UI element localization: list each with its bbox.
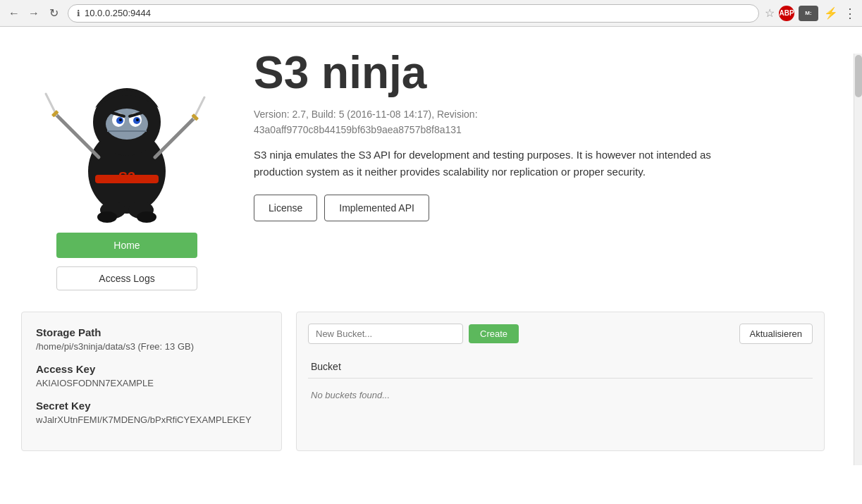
browser-actions: ☆ ABP M: ⚡ ⋮ (765, 5, 856, 22)
create-bucket-button[interactable]: Create (469, 324, 519, 343)
browser-chrome: ← → ↻ ℹ 10.0.0.250:9444 ☆ ABP M: ⚡ ⋮ (0, 0, 862, 27)
storage-path-value: /home/pi/s3ninja/data/s3 (Free: 13 GB) (36, 341, 267, 352)
svg-point-22 (97, 211, 117, 223)
url-text: 10.0.0.250:9444 (85, 8, 151, 18)
header-section: S3 Home Access Logs (21, 41, 825, 290)
main-content: S3 Home Access Logs (0, 27, 846, 465)
storage-panel: Storage Path /home/pi/s3ninja/data/s3 (F… (21, 312, 282, 451)
access-key-label: Access Key (36, 363, 267, 375)
no-buckets-message: No buckets found... (308, 384, 813, 406)
app-info: S3 ninja Version: 2.7, Build: 5 (2016-11… (254, 41, 825, 221)
extension-user[interactable]: M: (799, 6, 818, 21)
home-button[interactable]: Home (56, 233, 197, 258)
back-button[interactable]: ← (6, 5, 23, 22)
svg-point-8 (119, 118, 122, 121)
implemented-api-button[interactable]: Implemented API (324, 195, 429, 221)
svg-text:S3: S3 (118, 169, 135, 185)
bookmark-button[interactable]: ☆ (765, 6, 775, 20)
description-text: S3 ninja emulates the S3 API for develop… (254, 147, 761, 180)
svg-line-14 (56, 115, 99, 157)
svg-point-9 (136, 118, 139, 121)
bucket-controls: Create Aktualisieren (308, 324, 813, 344)
version-text: Version: 2.7, Build: 5 (2016-11-08 14:17… (254, 109, 825, 120)
chrome-menu-button[interactable]: ⋮ (844, 6, 856, 21)
reload-button[interactable]: ↻ (45, 5, 62, 22)
extension-abp[interactable]: ABP (779, 6, 794, 21)
svg-line-17 (155, 118, 194, 157)
page-wrapper: S3 Home Access Logs (0, 27, 862, 465)
secret-key-value: wJalrXUtnFEMI/K7MDENG/bPxRfiCYEXAMPLEKEY (36, 414, 267, 425)
secret-key-label: Secret Key (36, 400, 267, 412)
extension-button[interactable]: ⚡ (823, 5, 839, 22)
bucket-column-header: Bucket (308, 355, 813, 379)
revision-text: 43a0aff9770c8b44159bf63b9aea8757b8f8a131 (254, 124, 825, 135)
action-buttons: License Implemented API (254, 195, 825, 221)
svg-point-23 (137, 211, 156, 223)
nav-buttons: ← → ↻ (6, 5, 62, 22)
refresh-button[interactable]: Aktualisieren (739, 324, 813, 344)
bucket-panel: Create Aktualisieren Bucket No buckets f… (296, 312, 825, 451)
new-bucket-input[interactable] (308, 324, 463, 344)
access-logs-button[interactable]: Access Logs (56, 266, 197, 290)
forward-button[interactable]: → (25, 5, 42, 22)
access-key-value: AKIAIOSFODNN7EXAMPLE (36, 378, 267, 388)
storage-path-label: Storage Path (36, 326, 267, 338)
bottom-section: Storage Path /home/pi/s3ninja/data/s3 (F… (21, 312, 825, 451)
info-icon: ℹ (77, 8, 80, 18)
ninja-logo: S3 (42, 41, 211, 224)
scrollbar-track[interactable] (854, 54, 862, 465)
scrollbar-thumb[interactable] (855, 55, 862, 97)
license-button[interactable]: License (254, 195, 317, 221)
app-title: S3 ninja (254, 48, 825, 97)
logo-sidebar: S3 Home Access Logs (21, 41, 233, 290)
address-bar[interactable]: ℹ 10.0.0.250:9444 (68, 4, 759, 23)
